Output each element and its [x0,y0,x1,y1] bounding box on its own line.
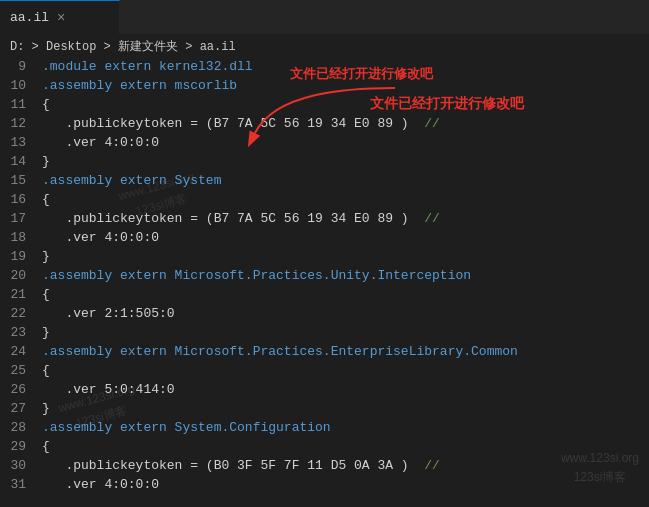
token: .assembly extern Microsoft.Practices.Ent… [42,344,518,359]
line-content: .ver 2:1:505:0 [38,304,649,323]
token: .assembly extern System [42,173,221,188]
table-row: 24.assembly extern Microsoft.Practices.E… [0,342,649,361]
line-number: 27 [0,399,38,418]
line-content: .ver 5:0:414:0 [38,380,649,399]
code-lines: 9.module extern kernel32.dll10.assembly … [0,57,649,494]
token: } [42,249,50,264]
line-content: { [38,190,649,209]
token: .publickeytoken = (B7 7A 5C 56 19 34 E0 … [42,116,409,131]
line-content: .assembly extern System.Configuration [38,418,649,437]
table-row: 18 .ver 4:0:0:0 [0,228,649,247]
line-content: .publickeytoken = (B7 7A 5C 56 19 34 E0 … [38,209,649,228]
line-number: 14 [0,152,38,171]
line-content: .publickeytoken = (B7 7A 5C 56 19 34 E0 … [38,114,649,133]
tab-filename: aa.il [10,10,49,25]
table-row: 20.assembly extern Microsoft.Practices.U… [0,266,649,285]
line-number: 12 [0,114,38,133]
table-row: 9.module extern kernel32.dll [0,57,649,76]
table-row: 25{ [0,361,649,380]
token: { [42,363,50,378]
token: .ver 5:0:414:0 [42,382,175,397]
line-number: 24 [0,342,38,361]
line-content: .assembly extern mscorlib [38,76,649,95]
line-number: 15 [0,171,38,190]
table-row: 17 .publickeytoken = (B7 7A 5C 56 19 34 … [0,209,649,228]
token: .module extern kernel32.dll [42,59,253,74]
token: .ver 4:0:0:0 [42,135,159,150]
editor-area: 文件已经打开进行修改吧 文件已经打开进行修改吧 9.module extern … [0,57,649,507]
token: .assembly extern mscorlib [42,78,237,93]
line-number: 20 [0,266,38,285]
token: { [42,439,50,454]
table-row: 11{ [0,95,649,114]
table-row: 21{ [0,285,649,304]
line-number: 11 [0,95,38,114]
token: .assembly extern Microsoft.Practices.Uni… [42,268,471,283]
line-content: .publickeytoken = (B0 3F 5F 7F 11 D5 0A … [38,456,649,475]
line-content: { [38,95,649,114]
active-tab[interactable]: aa.il × [0,0,120,34]
line-content: } [38,247,649,266]
table-row: 22 .ver 2:1:505:0 [0,304,649,323]
token: .ver 2:1:505:0 [42,306,175,321]
token: } [42,325,50,340]
line-number: 30 [0,456,38,475]
token: .publickeytoken = (B7 7A 5C 56 19 34 E0 … [42,211,409,226]
breadcrumb-text: D: > Desktop > 新建文件夹 > aa.il [10,38,236,55]
table-row: 13 .ver 4:0:0:0 [0,133,649,152]
table-row: 16{ [0,190,649,209]
token: .ver 4:0:0:0 [42,477,159,492]
line-content: { [38,285,649,304]
line-content: } [38,399,649,418]
table-row: 12 .publickeytoken = (B7 7A 5C 56 19 34 … [0,114,649,133]
line-number: 21 [0,285,38,304]
line-number: 18 [0,228,38,247]
line-content: } [38,323,649,342]
token: // [409,211,440,226]
line-number: 22 [0,304,38,323]
table-row: 23} [0,323,649,342]
line-number: 23 [0,323,38,342]
table-row: 28.assembly extern System.Configuration [0,418,649,437]
table-row: 27} [0,399,649,418]
table-row: 15.assembly extern System [0,171,649,190]
token: .ver 4:0:0:0 [42,230,159,245]
token: // [409,458,440,473]
line-content: .assembly extern System [38,171,649,190]
line-content: { [38,437,649,456]
table-row: 14} [0,152,649,171]
table-row: 10.assembly extern mscorlib [0,76,649,95]
table-row: 29{ [0,437,649,456]
token: } [42,401,50,416]
token: // [409,116,440,131]
breadcrumb: D: > Desktop > 新建文件夹 > aa.il [0,35,649,57]
token: { [42,287,50,302]
line-content: .ver 4:0:0:0 [38,133,649,152]
line-number: 31 [0,475,38,494]
line-content: .module extern kernel32.dll [38,57,649,76]
line-number: 25 [0,361,38,380]
line-content: } [38,152,649,171]
line-number: 10 [0,76,38,95]
token: { [42,192,50,207]
line-number: 13 [0,133,38,152]
line-content: .assembly extern Microsoft.Practices.Uni… [38,266,649,285]
line-content: .ver 4:0:0:0 [38,475,649,494]
line-number: 28 [0,418,38,437]
token: } [42,154,50,169]
line-number: 26 [0,380,38,399]
line-number: 19 [0,247,38,266]
line-content: { [38,361,649,380]
token: .assembly extern System.Configuration [42,420,331,435]
line-number: 29 [0,437,38,456]
table-row: 31 .ver 4:0:0:0 [0,475,649,494]
table-row: 19} [0,247,649,266]
line-number: 16 [0,190,38,209]
table-row: 26 .ver 5:0:414:0 [0,380,649,399]
table-row: 30 .publickeytoken = (B0 3F 5F 7F 11 D5 … [0,456,649,475]
token: .publickeytoken = (B0 3F 5F 7F 11 D5 0A … [42,458,409,473]
line-number: 17 [0,209,38,228]
line-number: 9 [0,57,38,76]
line-content: .assembly extern Microsoft.Practices.Ent… [38,342,649,361]
tab-close-button[interactable]: × [57,11,65,25]
